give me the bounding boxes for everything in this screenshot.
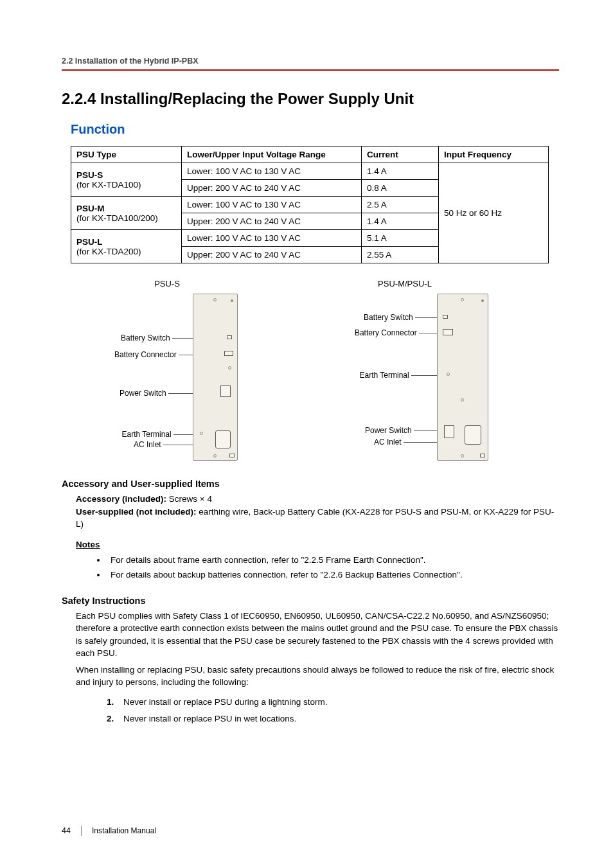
panel-ml bbox=[437, 294, 488, 461]
cell-freq: 50 Hz or 60 Hz bbox=[439, 163, 549, 263]
cell-range: Upper: 200 V AC to 240 V AC bbox=[182, 180, 362, 197]
notes-heading: Notes bbox=[76, 540, 559, 549]
safety-heading: Safety Instructions bbox=[62, 596, 559, 606]
label-ac-inlet-ml: AC Inlet bbox=[374, 438, 437, 447]
cell-psu-type: PSU-L(for KX-TDA200) bbox=[71, 230, 182, 263]
diagram-psu-ml: PSU-M/PSU-L Battery Switch Battery Conne… bbox=[289, 279, 520, 461]
diagram-body-s: Battery Switch Battery Connector Power S… bbox=[96, 294, 238, 461]
psu-type-note: (for KX-TDA100) bbox=[76, 180, 141, 190]
list-item: For details about frame earth connection… bbox=[107, 553, 559, 568]
label-battery-connector: Battery Connector bbox=[114, 350, 193, 359]
page-number: 44 bbox=[62, 826, 71, 835]
cell-range: Lower: 100 V AC to 130 V AC bbox=[182, 163, 362, 180]
ac-inlet-icon bbox=[215, 430, 231, 448]
cell-range: Lower: 100 V AC to 130 V AC bbox=[182, 197, 362, 213]
label-battery-switch-ml: Battery Switch bbox=[364, 313, 437, 322]
battery-switch-icon bbox=[227, 335, 232, 339]
labels-ml: Battery Switch Battery Connector Earth T… bbox=[321, 294, 437, 461]
section-path: 2.2 Installation of the Hybrid IP-PBX bbox=[62, 57, 559, 66]
col-psu-type: PSU Type bbox=[71, 146, 182, 163]
battery-connector-icon bbox=[443, 329, 453, 335]
accessory-included: Accessory (included): Screws × 4 bbox=[76, 493, 559, 506]
footer-label: Installation Manual bbox=[92, 826, 156, 835]
footer-separator bbox=[81, 826, 82, 836]
ac-inlet-icon bbox=[465, 425, 481, 445]
cell-range: Lower: 100 V AC to 130 V AC bbox=[182, 230, 362, 247]
psu-type-label: PSU-L bbox=[76, 237, 103, 247]
cell-psu-type: PSU-S(for KX-TDA100) bbox=[71, 163, 182, 197]
accessory-heading: Accessory and User-supplied Items bbox=[62, 479, 559, 489]
diagram-row: PSU-S Battery Switch Battery Connector P… bbox=[71, 279, 559, 461]
diagram-psu-s: PSU-S Battery Switch Battery Connector P… bbox=[71, 279, 263, 461]
page-title: 2.2.4 Installing/Replacing the Power Sup… bbox=[62, 90, 559, 108]
col-voltage: Lower/Upper Input Voltage Range bbox=[182, 146, 362, 163]
cell-current: 0.8 A bbox=[362, 180, 439, 197]
cell-current: 1.4 A bbox=[362, 163, 439, 180]
cell-current: 2.5 A bbox=[362, 197, 439, 213]
cell-current: 2.55 A bbox=[362, 247, 439, 263]
accessory-user: User-supplied (not included): earthing w… bbox=[76, 506, 559, 531]
diagram-title-s: PSU-S bbox=[154, 279, 180, 288]
list-item: Never install or replace PSU during a li… bbox=[107, 694, 559, 711]
col-freq: Input Frequency bbox=[439, 146, 549, 163]
cell-psu-type: PSU-M(for KX-TDA100/200) bbox=[71, 197, 182, 230]
power-switch-icon bbox=[220, 385, 231, 397]
diagram-body-ml: Battery Switch Battery Connector Earth T… bbox=[321, 294, 488, 461]
cell-range: Upper: 200 V AC to 240 V AC bbox=[182, 247, 362, 263]
safety-p1: Each PSU complies with Safety Class 1 of… bbox=[76, 610, 559, 660]
label-power-switch: Power Switch bbox=[120, 389, 193, 398]
safety-p2: When installing or replacing PSU, basic … bbox=[76, 664, 559, 689]
safety-list: Never install or replace PSU during a li… bbox=[107, 694, 559, 727]
power-switch-icon bbox=[444, 425, 454, 438]
battery-connector-icon bbox=[224, 351, 233, 356]
list-item: For details about backup batteries conne… bbox=[107, 568, 559, 583]
notes-list: For details about frame earth connection… bbox=[107, 553, 559, 583]
psu-table: PSU Type Lower/Upper Input Voltage Range… bbox=[71, 146, 549, 263]
psu-type-label: PSU-M bbox=[76, 204, 105, 213]
label-battery-switch: Battery Switch bbox=[121, 333, 193, 342]
battery-switch-icon bbox=[443, 315, 448, 319]
psu-type-label: PSU-S bbox=[76, 170, 103, 180]
list-item: Never install or replace PSU in wet loca… bbox=[107, 711, 559, 727]
label-ac-inlet: AC Inlet bbox=[134, 440, 193, 449]
table-row: PSU-S(for KX-TDA100) Lower: 100 V AC to … bbox=[71, 163, 549, 180]
cell-current: 5.1 A bbox=[362, 230, 439, 247]
page-footer: 44 Installation Manual bbox=[62, 826, 156, 836]
diagram-title-ml: PSU-M/PSU-L bbox=[378, 279, 432, 288]
label-earth-terminal: Earth Terminal bbox=[122, 430, 193, 439]
psu-type-note: (for KX-TDA100/200) bbox=[76, 213, 158, 223]
function-heading: Function bbox=[71, 122, 559, 137]
labels-s: Battery Switch Battery Connector Power S… bbox=[96, 294, 193, 461]
label-earth-terminal-ml: Earth Terminal bbox=[360, 371, 438, 380]
cell-range: Upper: 200 V AC to 240 V AC bbox=[182, 213, 362, 230]
psu-type-note: (for KX-TDA200) bbox=[76, 247, 141, 256]
col-current: Current bbox=[362, 146, 439, 163]
table-header-row: PSU Type Lower/Upper Input Voltage Range… bbox=[71, 146, 549, 163]
cell-current: 1.4 A bbox=[362, 213, 439, 230]
panel-s bbox=[193, 294, 238, 461]
label-battery-connector-ml: Battery Connector bbox=[355, 328, 437, 337]
label-power-switch-ml: Power Switch bbox=[365, 426, 437, 435]
header-rule bbox=[62, 69, 559, 71]
